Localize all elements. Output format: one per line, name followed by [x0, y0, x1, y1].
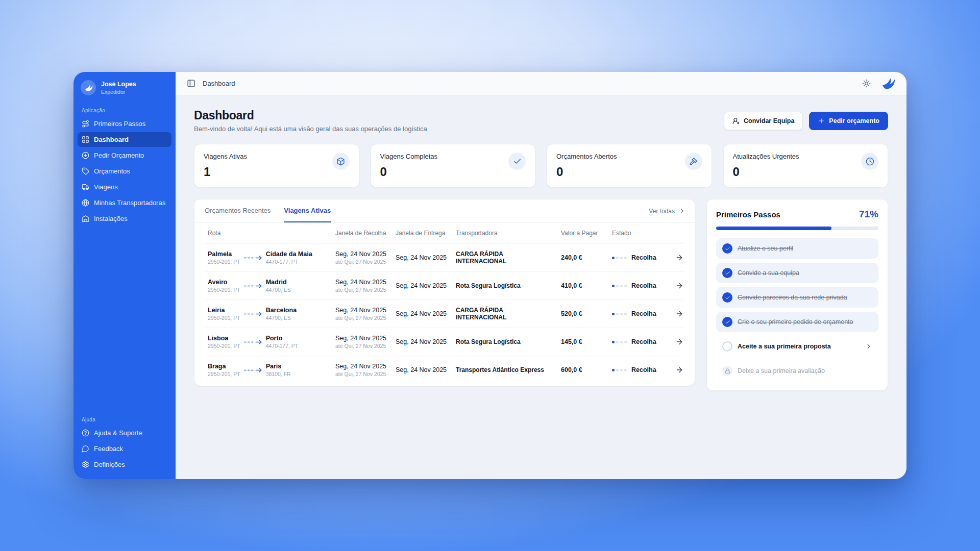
status-progress-dot [620, 313, 623, 315]
onboarding-item[interactable]: Atualize o seu perfil [716, 238, 878, 259]
stat-label: Viagens Completas [380, 153, 438, 160]
value-cell: 145,0 € [558, 332, 609, 352]
sidebar-toggle-icon[interactable] [187, 79, 195, 88]
open-trip-arrow[interactable] [675, 366, 683, 374]
stat-card: Viagens Ativas 1 [194, 144, 359, 188]
check-circle-icon [722, 292, 732, 303]
sidebar-nav-item[interactable]: Dashboard [78, 132, 172, 147]
status-cell: Recolha [609, 276, 668, 296]
sidebar-nav-item[interactable]: Instalações [78, 211, 172, 226]
value-cell: 600,0 € [558, 360, 609, 380]
sidebar: José Lopes Expedidor Aplicação Primeiros… [74, 72, 176, 479]
check-circle-icon [722, 317, 732, 327]
sidebar-nav-item[interactable]: Minhas Transportadoras [78, 195, 172, 210]
onboarding-item[interactable]: Deixe a sua primeira avaliação [716, 361, 878, 381]
request-quote-button[interactable]: Pedir orçamento [809, 112, 888, 130]
page-header: Dashboard Bem-vindo de volta! Aqui está … [194, 109, 888, 133]
status-progress-dots [612, 285, 627, 287]
onboarding-card: Primeiros Passos 71% Atualize o seu perf… [706, 199, 888, 391]
trip-row[interactable]: Lisboa 2950-201, PT Porto 4470-177, PT S… [205, 328, 684, 356]
status-label: Recolha [631, 366, 656, 373]
trip-row[interactable]: Braga 2950-201, PT Paris 38100, FR Seg, … [205, 356, 684, 384]
stats-row: Viagens Ativas 1 Viagens Completas 0 Orç… [194, 144, 888, 188]
delivery-date: Seg, 24 Nov 2025 [396, 254, 450, 261]
destination-name: Madrid [266, 279, 298, 286]
pickup-window-cell: Seg, 24 Nov 2025 até Qui, 27 Nov 2025 [332, 244, 393, 271]
route-destination: Barcelona 44790, ES [266, 307, 298, 321]
open-trip-arrow[interactable] [675, 282, 683, 290]
package-icon [332, 153, 350, 170]
pickup-window-cell: Seg, 24 Nov 2025 até Qui, 27 Nov 2025 [332, 356, 393, 384]
onboarding-item[interactable]: Aceite a sua primeira proposta [716, 336, 878, 357]
open-trip-arrow[interactable] [675, 310, 683, 318]
status-progress-dot [616, 257, 619, 259]
open-trip-arrow[interactable] [675, 338, 683, 346]
pickup-date: Seg, 24 Nov 2025 [335, 251, 389, 258]
view-all-link[interactable]: Ver todas [649, 208, 684, 215]
sidebar-nav-label: Ajuda & Suporte [94, 429, 142, 437]
sidebar-nav-item[interactable]: Ajuda & Suporte [78, 425, 172, 440]
delivery-date: Seg, 24 Nov 2025 [396, 338, 450, 345]
stat-card: Atualizações Urgentes 0 [723, 144, 889, 188]
onboarding-item[interactable]: Convide a sua equipa [716, 263, 878, 283]
sidebar-nav-label: Definições [94, 461, 125, 468]
sidebar-nav-item[interactable]: Pedir Orçamento [78, 148, 172, 163]
status-progress-dot [612, 285, 615, 287]
destination-code: 44790, ES [266, 315, 298, 321]
onboarding-title: Primeiros Passos [716, 210, 780, 219]
delivery-window-cell: Seg, 24 Nov 2025 [393, 276, 453, 296]
pickup-date: Seg, 24 Nov 2025 [335, 363, 389, 370]
status-progress-dots [612, 369, 627, 371]
trip-row[interactable]: Palmela 2950-201, PT Cidade da Maia 4470… [205, 244, 684, 272]
gear-icon [82, 461, 89, 468]
brand-logo-icon [881, 77, 895, 91]
table-column-header: Janela de Recolha [332, 223, 393, 243]
invite-team-button[interactable]: Convidar Equipa [724, 112, 803, 130]
status-progress-dot [624, 257, 627, 259]
stat-value: 0 [380, 165, 438, 179]
route-cell: Lisboa 2950-201, PT Porto 4470-177, PT [205, 328, 332, 356]
route-destination: Porto 4470-177, PT [266, 335, 299, 349]
table-column-header: Valor a Pagar [558, 223, 609, 243]
origin-name: Palmela [208, 251, 240, 258]
route-cell: Aveiro 2950-201, PT Madrid 44700, ES [205, 272, 332, 299]
trips-tab[interactable]: Orçamentos Recentes [205, 199, 271, 222]
value-cell: 410,0 € [558, 276, 609, 296]
progress-fill [716, 227, 831, 230]
dashboard-content: Dashboard Bem-vindo de volta! Aqui está … [176, 95, 906, 479]
route-arrow-icon [243, 339, 263, 345]
status-label: Recolha [631, 282, 656, 289]
sidebar-nav-item[interactable]: Viagens [78, 180, 172, 194]
onboarding-item[interactable]: Crie o seu primeiro pedido de orçamento [716, 312, 878, 332]
route-origin: Palmela 2950-201, PT [208, 251, 240, 265]
onboarding-item-label: Atualize o seu perfil [738, 245, 793, 252]
origin-code: 2950-201, PT [208, 343, 240, 349]
progress-bar [716, 227, 878, 230]
theme-toggle-icon[interactable] [862, 79, 871, 88]
status-cell: Recolha [609, 332, 668, 352]
open-trip-arrow[interactable] [675, 254, 683, 262]
app-window: José Lopes Expedidor Aplicação Primeiros… [74, 72, 906, 479]
status-progress-dot [620, 341, 623, 343]
sidebar-nav-item[interactable]: Feedback [78, 441, 172, 456]
origin-name: Aveiro [208, 279, 240, 286]
status-label: Recolha [631, 254, 656, 261]
sidebar-nav-item[interactable]: Primeiros Passos [78, 116, 172, 131]
sidebar-nav-item[interactable]: Orçamentos [78, 164, 172, 179]
page-subtitle: Bem-vindo de volta! Aqui está uma visão … [194, 125, 427, 133]
carrier-cell: CARGA RÁPIDA INTERNACIONAL [453, 244, 558, 271]
trips-tab[interactable]: Viagens Ativas [284, 199, 331, 222]
trip-row[interactable]: Leiria 2950-201, PT Barcelona 44790, ES … [205, 300, 684, 328]
status-progress-dot [616, 313, 619, 315]
stat-label: Atualizações Urgentes [733, 153, 799, 160]
grid-icon [82, 136, 89, 143]
sidebar-nav-item[interactable]: Definições [78, 457, 172, 472]
check-icon [508, 153, 526, 170]
sidebar-help-nav: Ajuda & Suporte Feedback Definições [74, 425, 176, 479]
user-profile[interactable]: José Lopes Expedidor [74, 72, 176, 101]
status-label: Recolha [631, 310, 656, 317]
carrier-cell: Rota Segura Logística [453, 332, 558, 352]
onboarding-item[interactable]: Convide parceiros da sua rede privada [716, 287, 878, 308]
trip-row[interactable]: Aveiro 2950-201, PT Madrid 44700, ES Seg… [205, 272, 684, 300]
empty-circle-icon [722, 341, 732, 352]
